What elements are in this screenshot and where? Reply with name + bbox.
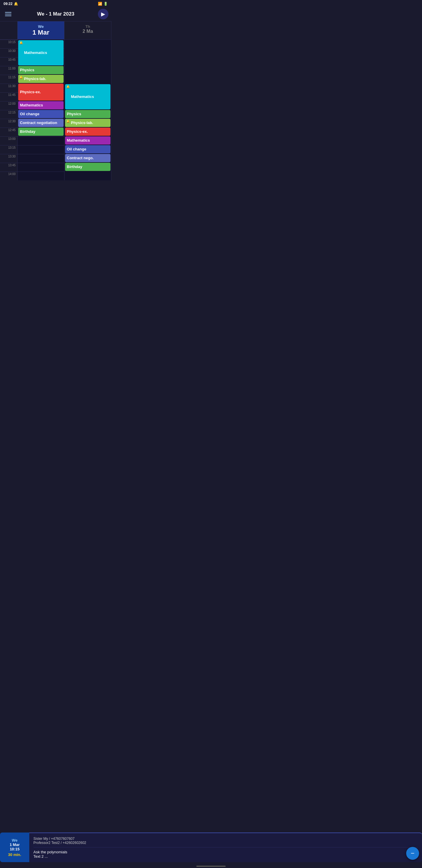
time-1400: 14:00 — [0, 172, 17, 180]
grid-line — [18, 154, 64, 154]
bell-icon: 🔔 — [19, 41, 23, 44]
calendar-body: 10:15 10:30 10:45 11:00 11:15 11:30 11:4… — [0, 39, 111, 180]
days-container: 🔔 Mathematics Physics 🔔 Physics-lab. Phy… — [18, 39, 111, 180]
battery-icon: 🔋 — [103, 2, 108, 6]
event-mathematics-thu[interactable]: 🔔 Mathematics — [65, 84, 110, 110]
time-1015: 10:15 — [0, 39, 17, 49]
event-birthday-wed[interactable]: Birthday — [18, 128, 64, 136]
event-title: Oil change — [67, 147, 109, 152]
event-title: Mathematics — [20, 103, 62, 107]
day-header-wed[interactable]: We 1 Mar — [18, 22, 64, 39]
time-1300: 13:00 — [0, 136, 17, 145]
day-header-thu[interactable]: Th 2 Ma — [64, 22, 111, 39]
notification-icon: 🔔 — [14, 2, 18, 6]
next-button[interactable]: ▶ — [98, 9, 108, 19]
event-title: Physics-lab. — [20, 76, 62, 81]
time-1030: 10:30 — [0, 49, 17, 57]
event-birthday-thu[interactable]: Birthday — [65, 163, 110, 171]
day-col-wed: 🔔 Mathematics Physics 🔔 Physics-lab. Phy… — [18, 39, 64, 180]
event-physicslab-wed[interactable]: 🔔 Physics-lab. — [18, 75, 64, 83]
event-physicsex-wed[interactable]: Physics-ex. — [18, 84, 64, 101]
time-1045: 10:45 — [0, 57, 17, 66]
day-col-thu: 🔔 Mathematics Physics 🔔 Physics-lab. Phy… — [64, 39, 111, 180]
day-num-wed: 1 Mar — [19, 29, 63, 36]
nav-bar: We - 1 Mar 2023 ▶ — [0, 7, 111, 22]
event-title: Mathematics — [20, 51, 62, 55]
event-title: Birthday — [67, 164, 109, 169]
event-title: Birthday — [20, 129, 62, 134]
event-title: Mathematics — [67, 94, 109, 99]
menu-button[interactable] — [3, 9, 13, 19]
time-column: 10:15 10:30 10:45 11:00 11:15 11:30 11:4… — [0, 39, 18, 180]
event-physicsex-thu[interactable]: Physics-ex. — [65, 128, 110, 136]
event-title: Contract negotiation — [20, 121, 62, 125]
wifi-icon: 📶 — [98, 2, 102, 6]
bell-icon: 🔔 — [19, 76, 23, 79]
grid-line — [18, 145, 64, 146]
event-title: Oil change — [20, 112, 62, 116]
grid-line — [18, 172, 64, 172]
event-title: Physics-ex. — [20, 90, 62, 94]
bell-icon: 🔔 — [66, 85, 70, 88]
time-1100: 11:00 — [0, 66, 17, 75]
event-title: Physics — [20, 68, 62, 72]
time-1115: 11:15 — [0, 75, 17, 84]
event-title: Physics — [67, 112, 109, 116]
menu-line-1 — [5, 12, 11, 12]
time-1245: 12:45 — [0, 128, 17, 136]
bell-icon: 🔔 — [66, 120, 70, 123]
time-1130: 11:30 — [0, 84, 17, 92]
time-1200: 12:00 — [0, 101, 17, 110]
time-1330: 13:30 — [0, 154, 17, 163]
time-1215: 12:15 — [0, 110, 17, 119]
event-physicslab-thu[interactable]: 🔔 Physics-lab. — [65, 119, 110, 127]
grid-line — [18, 136, 64, 137]
time-1315: 13:15 — [0, 145, 17, 154]
time-1145: 11:45 — [0, 92, 17, 101]
event-mathematics2-wed[interactable]: Mathematics — [18, 101, 64, 110]
event-title: Mathematics — [67, 138, 109, 143]
event-mathematics-wed[interactable]: 🔔 Mathematics — [18, 40, 64, 65]
event-physics-wed[interactable]: Physics — [18, 66, 64, 74]
time-1345: 13:45 — [0, 163, 17, 172]
day-name-wed: We — [19, 24, 63, 29]
event-title: Physics-ex. — [67, 129, 109, 134]
event-physics-thu[interactable]: Physics — [65, 110, 110, 118]
event-contract-wed[interactable]: Contract negotiation — [18, 119, 64, 127]
day-name-thu: Th — [66, 24, 110, 29]
event-oilchange-wed[interactable]: Oil change — [18, 110, 64, 118]
header-spacer — [0, 22, 18, 39]
event-title: Physics-lab. — [67, 121, 109, 125]
status-bar: 09:22 🔔 📶 🔋 — [0, 0, 111, 7]
day-header-row: We 1 Mar Th 2 Ma — [0, 22, 111, 39]
event-mathematics2-thu[interactable]: Mathematics — [65, 136, 110, 145]
menu-line-2 — [5, 14, 11, 14]
event-contract-thu[interactable]: Contract nego. — [65, 154, 110, 162]
event-oilchange-thu[interactable]: Oil change — [65, 145, 110, 153]
status-time: 09:22 — [3, 2, 12, 6]
day-num-thu: 2 Ma — [66, 29, 110, 34]
time-1230: 12:30 — [0, 119, 17, 128]
grid-line — [18, 163, 64, 163]
nav-title: We - 1 Mar 2023 — [37, 11, 74, 17]
menu-line-3 — [5, 16, 11, 16]
event-title: Contract nego. — [67, 156, 109, 160]
